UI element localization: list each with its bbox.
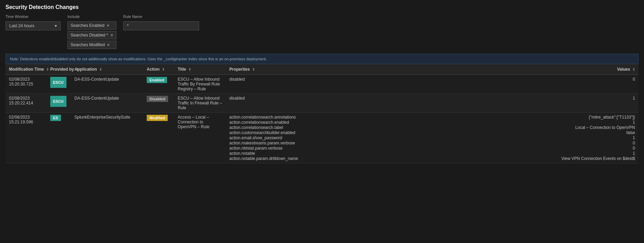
cell-properties-3: action.correlationsearch.annotations act… [226,113,315,163]
include-group: Include Searches Enabled ✕ Searches Disa… [67,14,116,49]
col-header-action-label: Action [147,67,159,72]
cell-provided-2: ESCU [47,94,71,113]
property-item: action.correlationsearch.enabled [229,120,312,125]
value-item: {"mitre_attack":["T1133"]} [319,115,635,120]
sort-icon-title: ⇕ [188,68,191,71]
time-window-label: Time Window [6,14,61,19]
properties-list-3: action.correlationsearch.annotations act… [229,115,312,161]
tag-searches-modified-close[interactable]: ✕ [107,43,110,47]
cell-action-3: Modified [143,113,174,163]
results-table: Modification Time ⇕ Provided by ⇕ Applic… [6,64,638,163]
col-header-provided-label: Provided by [50,67,74,72]
tag-searches-enabled[interactable]: Searches Enabled ✕ [67,21,116,30]
values-list-2: 1 [319,96,635,101]
cell-title-1: ESCU – Allow Inbound Traffic By Firewall… [174,75,226,94]
col-header-values-label: Values [617,67,630,72]
rule-name-label: Rule Name [123,14,199,19]
col-header-action[interactable]: Action ⇕ [143,64,174,75]
col-header-app-label: Application [74,67,97,72]
filters-row: Time Window Last 24 hours ▾ Include Sear… [6,14,638,49]
value-item: 1 [319,120,635,125]
tag-container: Searches Enabled ✕ Searches Disabled * ✕… [67,21,116,49]
cell-properties-1: disabled [226,75,315,94]
sort-icon-properties: ⇕ [252,68,255,71]
property-item: action.correlationsearch.label [229,125,312,130]
col-header-time[interactable]: Modification Time ⇕ [6,64,47,75]
include-label: Include [67,14,116,19]
col-header-title[interactable]: Title ⇕ [174,64,226,75]
tag-searches-modified-label: Searches Modified [71,42,105,47]
cell-properties-2: disabled [226,94,315,113]
tag-searches-enabled-close[interactable]: ✕ [106,23,110,28]
col-header-values[interactable]: Values ⇕ [315,64,638,75]
cell-app-1: DA-ESS-ContentUpdate [71,75,143,94]
sort-icon-app: ⇕ [99,68,102,71]
col-header-app[interactable]: Application ⇕ [71,64,143,75]
cell-title-3: Access – Local – Connection to OpenVPN –… [174,113,226,163]
property-item: action.notable [229,151,312,156]
cell-values-3: {"mitre_attack":["T1133"]} 1 Local – Con… [315,113,638,163]
badge-enabled-1: Enabled [147,77,167,83]
value-item: View VPN Connection Events on $dest$ [319,156,635,161]
cell-values-1: 0 [315,75,638,94]
time-window-dropdown[interactable]: Last 24 hours ▾ [6,21,61,30]
table-row: 02/08/2023 15:21:19.596 ES SplunkEnterpr… [6,113,638,163]
sort-icon-action: ⇕ [162,68,165,71]
value-item: 0 [319,146,635,151]
badge-modified-3: Modified [147,115,168,121]
sort-icon-values: ⇕ [632,68,635,71]
cell-action-2: Disabled [143,94,174,113]
value-item: 0 [319,77,635,82]
time-window-group: Time Window Last 24 hours ▾ [6,14,61,30]
col-header-time-label: Modification Time [9,67,44,72]
table-row: 02/08/2023 15:20:22.414 ESCU DA-ESS-Cont… [6,94,638,113]
col-header-provided[interactable]: Provided by ⇕ [47,64,71,75]
cell-time-3: 02/08/2023 15:21:19.596 [6,113,47,163]
cell-action-1: Enabled [143,75,174,94]
values-list-1: 0 [319,77,635,82]
col-header-title-label: Title [178,67,186,72]
table-row: 02/08/2023 15:20:30.725 ESCU DA-ESS-Cont… [6,75,638,94]
cell-app-3: SplunkEnterpriseSecuritySuite [71,113,143,163]
chevron-down-icon: ▾ [55,23,57,28]
rule-name-input[interactable] [123,21,199,30]
properties-list-1: disabled [229,77,312,82]
value-item: 1 [319,96,635,101]
properties-list-2: disabled [229,96,312,101]
tag-searches-modified[interactable]: Searches Modified ✕ [67,41,116,49]
page-title: Security Detection Changes [6,4,638,10]
col-header-properties-label: Properties [229,67,250,72]
property-item: action.email.show_password [229,135,312,140]
tag-searches-enabled-label: Searches Enabled [71,23,104,28]
badge-escu-2: ESCU [50,96,66,107]
value-item: Local – Connection to OpenVPN [319,125,635,130]
cell-title-2: ESCU – Allow Inbound Traffic In Firewall… [174,94,226,113]
value-item: false [319,130,635,135]
tag-searches-disabled-label: Searches Disabled * [71,33,108,38]
property-item: action.customsearchbuilder.enabled [229,130,312,135]
value-item: 0 [319,141,635,145]
note-bar: Note: Detections enabled/disabled only d… [6,54,638,64]
property-item: action.correlationsearch.annotations [229,115,312,120]
cell-values-2: 1 [315,94,638,113]
table-header-row: Modification Time ⇕ Provided by ⇕ Applic… [6,64,638,75]
cell-time-2: 02/08/2023 15:20:22.414 [6,94,47,113]
property-item: action.nbtstat.param.verbose [229,146,312,151]
cell-app-2: DA-ESS-ContentUpdate [71,94,143,113]
time-window-value: Last 24 hours [9,23,34,28]
rule-name-group: Rule Name [123,14,199,30]
cell-provided-1: ESCU [47,75,71,94]
col-header-properties[interactable]: Properties ⇕ [226,64,315,75]
property-item: disabled [229,77,312,82]
cell-provided-3: ES [47,113,71,163]
badge-disabled-2: Disabled [147,96,168,102]
sort-icon-time: ⇕ [46,68,49,71]
value-item: 1 [319,135,635,140]
badge-es-3: ES [50,115,61,121]
tag-searches-disabled-close[interactable]: ✕ [110,33,113,38]
tag-searches-disabled[interactable]: Searches Disabled * ✕ [67,31,116,39]
values-list-3: {"mitre_attack":["T1133"]} 1 Local – Con… [319,115,635,161]
property-item: action.notable.param.drilldown_name [229,156,312,161]
badge-escu-1: ESCU [50,77,66,88]
property-item: disabled [229,96,312,101]
